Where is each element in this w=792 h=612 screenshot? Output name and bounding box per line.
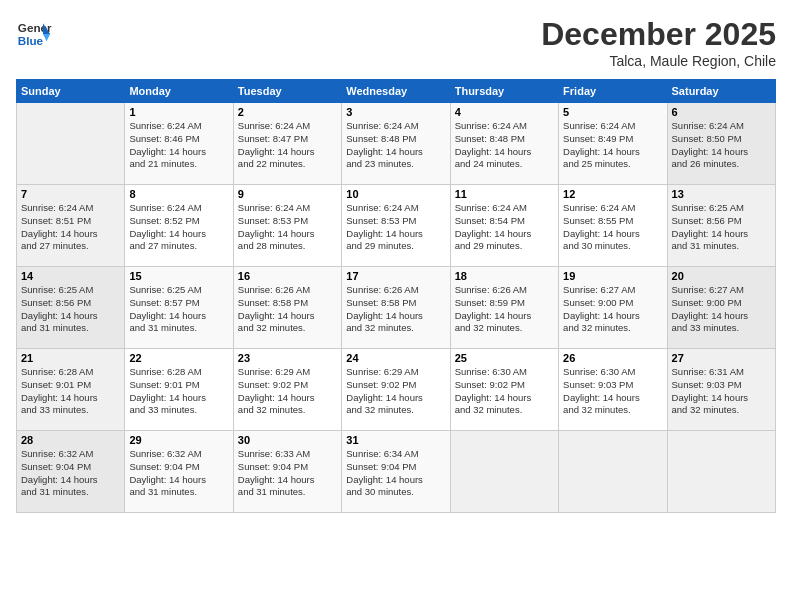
logo: General Blue [16, 16, 52, 52]
calendar-cell: 23Sunrise: 6:29 AMSunset: 9:02 PMDayligh… [233, 349, 341, 431]
calendar-cell: 1Sunrise: 6:24 AMSunset: 8:46 PMDaylight… [125, 103, 233, 185]
calendar-cell: 17Sunrise: 6:26 AMSunset: 8:58 PMDayligh… [342, 267, 450, 349]
calendar-week-2: 7Sunrise: 6:24 AMSunset: 8:51 PMDaylight… [17, 185, 776, 267]
calendar-cell: 5Sunrise: 6:24 AMSunset: 8:49 PMDaylight… [559, 103, 667, 185]
day-number: 17 [346, 270, 445, 282]
calendar-cell: 28Sunrise: 6:32 AMSunset: 9:04 PMDayligh… [17, 431, 125, 513]
day-info: Sunrise: 6:24 AMSunset: 8:48 PMDaylight:… [346, 120, 445, 171]
calendar-cell: 16Sunrise: 6:26 AMSunset: 8:58 PMDayligh… [233, 267, 341, 349]
calendar-cell: 18Sunrise: 6:26 AMSunset: 8:59 PMDayligh… [450, 267, 558, 349]
calendar-cell: 10Sunrise: 6:24 AMSunset: 8:53 PMDayligh… [342, 185, 450, 267]
day-info: Sunrise: 6:24 AMSunset: 8:52 PMDaylight:… [129, 202, 228, 253]
day-info: Sunrise: 6:30 AMSunset: 9:02 PMDaylight:… [455, 366, 554, 417]
calendar-cell: 24Sunrise: 6:29 AMSunset: 9:02 PMDayligh… [342, 349, 450, 431]
calendar-title: December 2025 [541, 16, 776, 53]
day-info: Sunrise: 6:27 AMSunset: 9:00 PMDaylight:… [563, 284, 662, 335]
calendar-cell [17, 103, 125, 185]
day-info: Sunrise: 6:25 AMSunset: 8:56 PMDaylight:… [21, 284, 120, 335]
calendar-week-1: 1Sunrise: 6:24 AMSunset: 8:46 PMDaylight… [17, 103, 776, 185]
day-info: Sunrise: 6:26 AMSunset: 8:58 PMDaylight:… [346, 284, 445, 335]
calendar-week-4: 21Sunrise: 6:28 AMSunset: 9:01 PMDayligh… [17, 349, 776, 431]
day-number: 7 [21, 188, 120, 200]
day-info: Sunrise: 6:26 AMSunset: 8:58 PMDaylight:… [238, 284, 337, 335]
calendar-cell: 9Sunrise: 6:24 AMSunset: 8:53 PMDaylight… [233, 185, 341, 267]
day-info: Sunrise: 6:29 AMSunset: 9:02 PMDaylight:… [238, 366, 337, 417]
day-number: 28 [21, 434, 120, 446]
day-header-monday: Monday [125, 80, 233, 103]
day-info: Sunrise: 6:24 AMSunset: 8:54 PMDaylight:… [455, 202, 554, 253]
calendar-cell: 2Sunrise: 6:24 AMSunset: 8:47 PMDaylight… [233, 103, 341, 185]
day-number: 8 [129, 188, 228, 200]
calendar-cell: 29Sunrise: 6:32 AMSunset: 9:04 PMDayligh… [125, 431, 233, 513]
day-number: 19 [563, 270, 662, 282]
day-info: Sunrise: 6:25 AMSunset: 8:57 PMDaylight:… [129, 284, 228, 335]
day-info: Sunrise: 6:24 AMSunset: 8:47 PMDaylight:… [238, 120, 337, 171]
day-number: 20 [672, 270, 771, 282]
day-info: Sunrise: 6:32 AMSunset: 9:04 PMDaylight:… [129, 448, 228, 499]
day-info: Sunrise: 6:34 AMSunset: 9:04 PMDaylight:… [346, 448, 445, 499]
day-info: Sunrise: 6:24 AMSunset: 8:51 PMDaylight:… [21, 202, 120, 253]
calendar-cell: 31Sunrise: 6:34 AMSunset: 9:04 PMDayligh… [342, 431, 450, 513]
day-info: Sunrise: 6:24 AMSunset: 8:50 PMDaylight:… [672, 120, 771, 171]
calendar-week-5: 28Sunrise: 6:32 AMSunset: 9:04 PMDayligh… [17, 431, 776, 513]
calendar-cell: 19Sunrise: 6:27 AMSunset: 9:00 PMDayligh… [559, 267, 667, 349]
day-info: Sunrise: 6:24 AMSunset: 8:55 PMDaylight:… [563, 202, 662, 253]
day-info: Sunrise: 6:29 AMSunset: 9:02 PMDaylight:… [346, 366, 445, 417]
day-number: 5 [563, 106, 662, 118]
day-info: Sunrise: 6:24 AMSunset: 8:53 PMDaylight:… [346, 202, 445, 253]
day-info: Sunrise: 6:28 AMSunset: 9:01 PMDaylight:… [129, 366, 228, 417]
day-number: 1 [129, 106, 228, 118]
day-header-saturday: Saturday [667, 80, 775, 103]
page-header: General Blue December 2025 Talca, Maule … [16, 16, 776, 69]
calendar-table: SundayMondayTuesdayWednesdayThursdayFrid… [16, 79, 776, 513]
calendar-cell: 13Sunrise: 6:25 AMSunset: 8:56 PMDayligh… [667, 185, 775, 267]
day-number: 10 [346, 188, 445, 200]
calendar-cell: 7Sunrise: 6:24 AMSunset: 8:51 PMDaylight… [17, 185, 125, 267]
day-header-wednesday: Wednesday [342, 80, 450, 103]
calendar-cell: 21Sunrise: 6:28 AMSunset: 9:01 PMDayligh… [17, 349, 125, 431]
day-number: 21 [21, 352, 120, 364]
day-number: 13 [672, 188, 771, 200]
calendar-cell: 14Sunrise: 6:25 AMSunset: 8:56 PMDayligh… [17, 267, 125, 349]
svg-text:Blue: Blue [18, 34, 44, 47]
day-number: 16 [238, 270, 337, 282]
day-number: 23 [238, 352, 337, 364]
calendar-cell: 6Sunrise: 6:24 AMSunset: 8:50 PMDaylight… [667, 103, 775, 185]
day-info: Sunrise: 6:24 AMSunset: 8:49 PMDaylight:… [563, 120, 662, 171]
calendar-subtitle: Talca, Maule Region, Chile [541, 53, 776, 69]
day-info: Sunrise: 6:24 AMSunset: 8:46 PMDaylight:… [129, 120, 228, 171]
day-number: 31 [346, 434, 445, 446]
svg-marker-3 [43, 34, 50, 41]
calendar-cell: 4Sunrise: 6:24 AMSunset: 8:48 PMDaylight… [450, 103, 558, 185]
day-number: 15 [129, 270, 228, 282]
day-info: Sunrise: 6:24 AMSunset: 8:53 PMDaylight:… [238, 202, 337, 253]
day-info: Sunrise: 6:28 AMSunset: 9:01 PMDaylight:… [21, 366, 120, 417]
day-number: 24 [346, 352, 445, 364]
calendar-cell: 12Sunrise: 6:24 AMSunset: 8:55 PMDayligh… [559, 185, 667, 267]
day-number: 14 [21, 270, 120, 282]
day-number: 25 [455, 352, 554, 364]
day-number: 22 [129, 352, 228, 364]
day-info: Sunrise: 6:25 AMSunset: 8:56 PMDaylight:… [672, 202, 771, 253]
calendar-cell: 3Sunrise: 6:24 AMSunset: 8:48 PMDaylight… [342, 103, 450, 185]
day-header-tuesday: Tuesday [233, 80, 341, 103]
day-number: 2 [238, 106, 337, 118]
calendar-cell [559, 431, 667, 513]
day-number: 26 [563, 352, 662, 364]
day-number: 6 [672, 106, 771, 118]
day-number: 3 [346, 106, 445, 118]
day-info: Sunrise: 6:31 AMSunset: 9:03 PMDaylight:… [672, 366, 771, 417]
title-block: December 2025 Talca, Maule Region, Chile [541, 16, 776, 69]
day-info: Sunrise: 6:30 AMSunset: 9:03 PMDaylight:… [563, 366, 662, 417]
calendar-cell: 22Sunrise: 6:28 AMSunset: 9:01 PMDayligh… [125, 349, 233, 431]
calendar-cell: 11Sunrise: 6:24 AMSunset: 8:54 PMDayligh… [450, 185, 558, 267]
calendar-cell: 26Sunrise: 6:30 AMSunset: 9:03 PMDayligh… [559, 349, 667, 431]
day-header-friday: Friday [559, 80, 667, 103]
day-number: 18 [455, 270, 554, 282]
calendar-header-row: SundayMondayTuesdayWednesdayThursdayFrid… [17, 80, 776, 103]
calendar-cell: 15Sunrise: 6:25 AMSunset: 8:57 PMDayligh… [125, 267, 233, 349]
day-header-sunday: Sunday [17, 80, 125, 103]
calendar-cell: 20Sunrise: 6:27 AMSunset: 9:00 PMDayligh… [667, 267, 775, 349]
day-info: Sunrise: 6:26 AMSunset: 8:59 PMDaylight:… [455, 284, 554, 335]
calendar-cell [450, 431, 558, 513]
